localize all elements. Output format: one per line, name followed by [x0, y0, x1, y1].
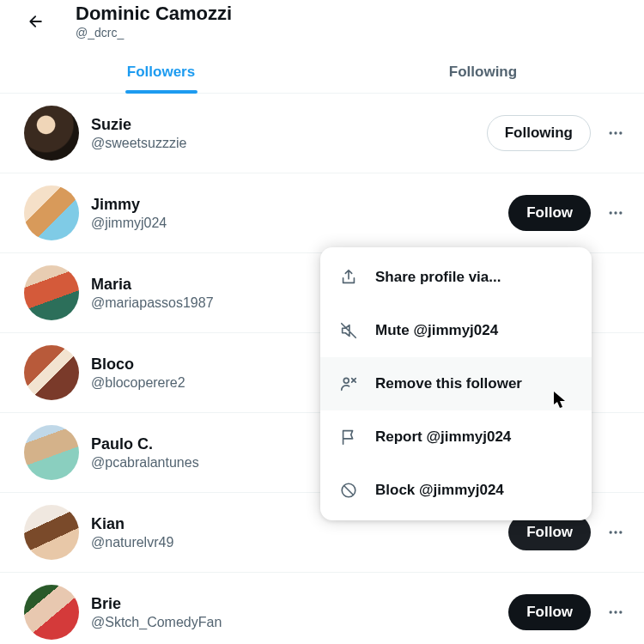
more-button[interactable] — [601, 118, 630, 148]
follower-handle: @sweetsuzzzie — [91, 136, 475, 151]
follower-row[interactable]: Brie @Sktch_ComedyFan Follow — [0, 573, 644, 644]
more-button[interactable] — [601, 598, 630, 627]
follow-button[interactable]: Follow — [508, 195, 591, 231]
more-button[interactable] — [601, 518, 630, 547]
tab-followers[interactable]: Followers — [0, 50, 322, 93]
menu-label: Remove this follower — [375, 375, 522, 392]
svg-point-2 — [619, 132, 622, 135]
avatar[interactable] — [24, 185, 79, 240]
svg-point-5 — [619, 212, 622, 215]
follower-row[interactable]: Suzie @sweetsuzzzie Following — [0, 94, 644, 173]
follow-button[interactable]: Follow — [508, 594, 591, 630]
menu-label: Report @jimmyj024 — [375, 428, 511, 446]
profile-name: Dominic Camozzi — [76, 3, 232, 24]
svg-point-9 — [610, 611, 612, 614]
more-icon — [607, 125, 624, 142]
remove-user-icon — [339, 374, 358, 393]
menu-label: Share profile via... — [375, 269, 501, 286]
avatar[interactable] — [24, 265, 79, 320]
menu-item-block[interactable]: Block @jimmyj024 — [320, 464, 592, 517]
more-button[interactable] — [601, 198, 630, 228]
avatar[interactable] — [24, 425, 79, 480]
context-menu: Share profile via... Mute @jimmyj024 Rem… — [320, 247, 592, 520]
share-icon — [339, 268, 358, 287]
follower-handle: @jimmyj024 — [91, 216, 496, 231]
follower-handle: @naturelvr49 — [91, 535, 496, 550]
avatar[interactable] — [24, 505, 79, 560]
follower-row[interactable]: Jimmy @jimmyj024 Follow — [0, 173, 644, 253]
mute-icon — [339, 321, 358, 340]
block-icon — [339, 481, 358, 500]
menu-item-remove-follower[interactable]: Remove this follower — [320, 357, 592, 410]
svg-point-3 — [610, 212, 612, 215]
tab-following[interactable]: Following — [322, 50, 644, 93]
svg-point-4 — [614, 212, 617, 215]
back-button[interactable] — [21, 6, 52, 37]
follower-name: Suzie — [91, 116, 475, 134]
avatar[interactable] — [24, 585, 79, 640]
menu-item-report[interactable]: Report @jimmyj024 — [320, 410, 592, 464]
more-icon — [607, 604, 624, 621]
menu-label: Block @jimmyj024 — [375, 482, 504, 499]
follower-handle: @Sktch_ComedyFan — [91, 615, 496, 630]
svg-point-11 — [619, 611, 622, 614]
profile-title: Dominic Camozzi @_dcrc_ — [76, 3, 232, 39]
flag-icon — [339, 428, 358, 447]
menu-item-share[interactable]: Share profile via... — [320, 251, 592, 304]
avatar[interactable] — [24, 106, 79, 161]
svg-point-7 — [614, 532, 617, 534]
svg-point-8 — [619, 532, 622, 534]
svg-point-6 — [610, 532, 612, 534]
avatar[interactable] — [24, 345, 79, 400]
svg-point-12 — [343, 378, 349, 383]
svg-point-0 — [610, 132, 612, 135]
svg-point-1 — [614, 132, 617, 135]
follower-name: Jimmy — [91, 196, 496, 214]
more-icon — [607, 524, 624, 541]
menu-item-mute[interactable]: Mute @jimmyj024 — [320, 304, 592, 357]
profile-handle: @_dcrc_ — [76, 26, 232, 39]
svg-point-10 — [614, 611, 617, 614]
arrow-left-icon — [27, 13, 45, 30]
menu-label: Mute @jimmyj024 — [375, 322, 498, 339]
more-icon — [607, 204, 624, 222]
follower-name: Brie — [91, 595, 496, 613]
following-button[interactable]: Following — [487, 115, 591, 151]
